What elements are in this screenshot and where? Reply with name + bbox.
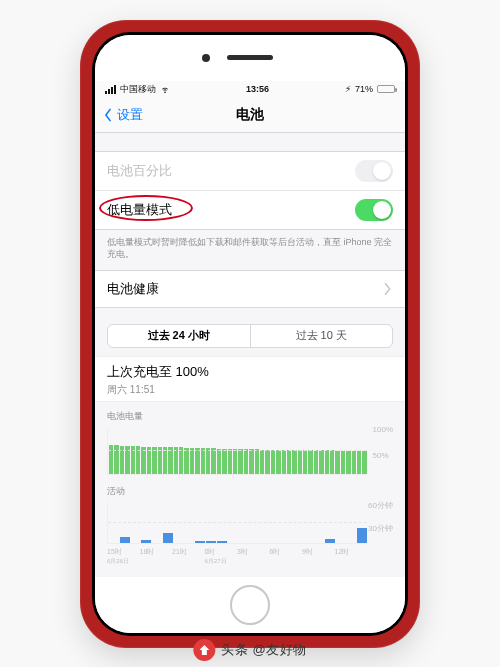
battery-percentage-label: 电池百分比 [107,162,172,180]
back-button[interactable]: 设置 [101,99,143,132]
battery-health-label: 电池健康 [107,280,159,298]
chevron-right-icon [383,283,393,295]
time-range-segmented[interactable]: 过去 24 小时 过去 10 天 [107,324,393,348]
battery-health-row[interactable]: 电池健康 [95,271,405,307]
low-power-mode-description: 低电量模式时暂时降低如下载和邮件获取等后台活动，直至 iPhone 完全充电。 [95,230,405,262]
battery-percent-label: 71% [355,84,373,94]
signal-bars-icon [105,85,116,94]
battery-level-bars [107,427,367,475]
chevron-left-icon [101,108,115,122]
tab-last-24h[interactable]: 过去 24 小时 [108,325,250,347]
battery-percentage-toggle[interactable] [355,160,393,182]
activity-chart-title: 活动 [107,485,393,498]
low-power-mode-toggle[interactable] [355,199,393,221]
last-charge-block: 上次充电至 100% 周六 11:51 [95,356,405,402]
home-button[interactable] [230,585,270,625]
battery-level-chart: 电池电量 100% 50% [95,402,405,477]
tab-last-10d[interactable]: 过去 10 天 [250,325,393,347]
content-scroll[interactable]: 电池百分比 低电量模式 低电量模式时暂时降低如下载和邮件获取等后台活动，直至 i… [95,133,405,577]
status-bar: 中国移动 13:56 ⚡︎ 71% [95,81,405,99]
battery-level-chart-title: 电池电量 [107,410,393,423]
last-charge-headline: 上次充电至 100% [107,363,393,381]
phone-chin [95,577,405,633]
carrier-label: 中国移动 [120,83,156,96]
earpiece-speaker [227,55,273,60]
wifi-icon [160,84,170,94]
navigation-bar: 设置 电池 [95,99,405,133]
watermark-text: 头条 @友好物 [221,641,306,659]
phone-speaker-area [95,35,405,81]
activity-bars [107,502,367,544]
low-power-mode-label: 低电量模式 [107,201,172,219]
front-camera [202,54,210,62]
battery-icon [377,85,395,93]
last-charge-time: 周六 11:51 [107,383,393,397]
page-title: 电池 [236,106,264,124]
battery-level-yaxis: 100% 50% [373,425,393,477]
activity-chart: 活动 60分钟 30分钟 15时6月26日18时21时0时6月27日3时6时9时… [95,477,405,568]
clock-label: 13:56 [246,84,269,94]
chart-xaxis: 15时6月26日18时21时0时6月27日3时6时9时12时 [107,547,393,566]
toutiao-logo-icon [193,639,215,661]
watermark: 头条 @友好物 [193,639,306,661]
activity-yaxis: 60分钟 30分钟 [368,500,393,546]
charging-icon: ⚡︎ [345,84,351,94]
back-label: 设置 [117,106,143,124]
battery-percentage-row: 电池百分比 [95,152,405,191]
low-power-mode-row: 低电量模式 [95,191,405,229]
